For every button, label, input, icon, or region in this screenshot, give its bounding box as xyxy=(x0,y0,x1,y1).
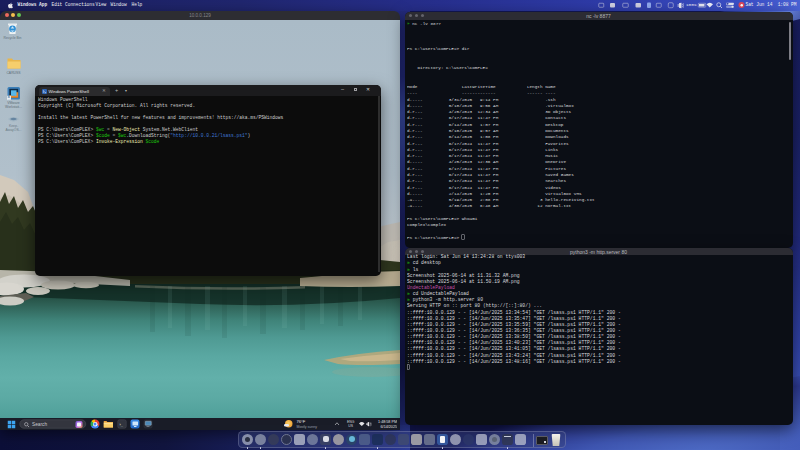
svg-text:AwayOS...: AwayOS... xyxy=(6,128,22,132)
svg-text:CARUSS: CARUSS xyxy=(6,70,21,74)
svg-text:Recycle Bin: Recycle Bin xyxy=(4,36,22,40)
svg-text:Workstati...: Workstati... xyxy=(5,105,22,109)
